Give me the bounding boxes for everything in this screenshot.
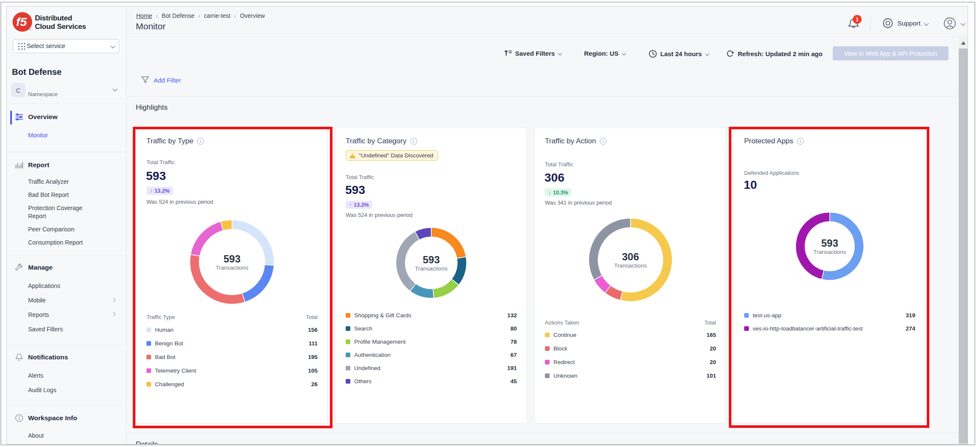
donut-center-value: 593 [196,253,268,265]
legend-row-authentication[interactable]: Authentication67 [346,348,517,362]
refresh-button[interactable]: Refresh: Updated 2 min ago [726,50,826,57]
legend-row-benign-bot[interactable]: Benign Bot111 [146,336,318,350]
add-filter-button[interactable]: Add Filter [141,76,181,84]
legend-swatch [346,353,350,357]
sidebar-item-report[interactable]: Report [7,161,126,170]
breadcrumb-overview[interactable]: Overview [240,12,265,19]
svg-text:®: ® [29,28,31,31]
f5-logo[interactable]: f5 ® [12,12,32,32]
legend-row-ves-io-http-loadbalancer-artificial-traffic-test[interactable]: ves-io-http-loadbalancer-artificial-traf… [744,322,915,335]
user-menu[interactable] [943,17,965,30]
legend-row-continue[interactable]: Continue165 [545,328,716,342]
view-in-waap-button[interactable]: View in Web App & API Protection [833,46,948,60]
delta-badge: ↓10.3% [545,188,571,196]
info-icon[interactable]: i [797,138,804,145]
report-bars-icon [15,161,23,169]
previous-period-text: Was 524 in previous period [146,199,213,205]
scrollbar-up-arrow[interactable] [959,37,968,48]
legend-row-challenged[interactable]: Challenged26 [146,377,318,391]
saved-filters-dropdown[interactable]: Saved Filters [504,50,562,57]
legend-row-redirect[interactable]: Redirect20 [545,355,716,369]
breadcrumb-separator: › [234,13,236,19]
donut-chart-protected-apps: 593 Transactions [796,212,864,280]
sidebar-item-peer-comparison[interactable]: Peer Comparison [28,225,92,233]
legend-row-undefined[interactable]: Undefined191 [346,362,517,375]
legend-row-telemetry-client[interactable]: Telemetry Client105 [146,364,318,377]
sidebar-item-bad-bot-report[interactable]: Bad Bot Report [28,191,92,199]
donut-center-sublabel: Transactions [196,265,268,271]
arrow-up-icon: ↑ [150,188,152,194]
namespace-chevron-down-icon[interactable] [112,86,117,91]
chevron-right-icon [112,312,116,316]
info-icon[interactable]: i [600,138,607,145]
card-title: Traffic by Category [346,137,407,145]
sidebar-item-protection-coverage-report[interactable]: Protection Coverage Report [28,204,92,220]
donut-segment-unknown[interactable] [589,218,630,280]
sidebar-section-label: Manage [28,264,53,271]
legend-label: Challenged [155,381,184,387]
legend-row-profile-management[interactable]: Profile Management78 [346,335,517,348]
legend-row-bad-bot[interactable]: Bad Bot195 [146,350,318,364]
legend-value: 191 [507,365,517,371]
legend: test-us-app319ves-io-http-loadbalancer-a… [744,309,915,335]
sidebar-item-monitor[interactable]: Monitor [28,131,92,140]
legend-label: Unknown [553,373,577,379]
scrollbar-thumb[interactable] [959,48,968,444]
legend-header-label: Traffic Type [146,314,175,320]
donut-chart-traffic-by-category: 593 Transactions [396,228,467,298]
legend-swatch [146,368,151,373]
notification-count-badge: 1 [853,15,862,24]
legend-header-total: Total [705,319,716,326]
namespace-avatar[interactable]: C [11,83,26,97]
time-range-dropdown[interactable]: Last 24 hours [649,50,709,58]
legend-row-unknown[interactable]: Unknown101 [545,369,716,382]
legend-swatch [346,379,350,384]
legend-row-shopping-gift-cards[interactable]: Shopping & Gift Cards132 [346,309,517,322]
warning-triangle-icon [350,153,355,158]
sidebar-item-traffic-analyzer[interactable]: Traffic Analyzer [28,178,92,186]
info-icon[interactable]: i [410,138,417,145]
sidebar-divider [7,406,126,406]
sidebar-item-mobile[interactable]: Mobile [28,296,92,305]
sidebar-item-alerts[interactable]: Alerts [28,372,92,380]
sidebar-item-notifications[interactable]: Notifications [7,353,126,362]
sidebar-item-manage[interactable]: Manage [7,263,126,273]
sidebar-item-applications[interactable]: Applications [28,282,92,290]
sidebar-item-about[interactable]: About [28,432,92,440]
legend-label: Others [354,378,372,384]
metric-value: 10 [744,178,757,192]
sidebar-item-consumption-report[interactable]: Consumption Report [28,239,92,247]
donut-segment-profile-management[interactable] [433,279,459,298]
donut-center-label: 593 Transactions [794,237,866,255]
card-title: Protected Apps [744,137,793,145]
select-service-dropdown[interactable]: Select service [13,39,119,53]
legend-row-test-us-app[interactable]: test-us-app319 [744,309,915,322]
support-menu[interactable]: Support [883,18,928,28]
breadcrumb-namespace[interactable]: carrie-test [204,12,230,19]
region-dropdown[interactable]: Region: US [584,50,625,57]
legend-swatch [146,327,151,332]
breadcrumb-home[interactable]: Home [136,12,152,19]
info-icon[interactable]: i [197,138,204,145]
legend-row-search[interactable]: Search80 [346,322,517,335]
legend-label: Search [354,325,373,332]
legend-swatch [346,366,350,370]
legend-row-human[interactable]: Human156 [146,323,318,336]
sidebar-item-audit-logs[interactable]: Audit Logs [28,386,92,394]
sidebar-item-reports[interactable]: Reports [28,311,92,319]
donut-chart-traffic-by-action: 306 Transactions [589,218,672,302]
namespace-label: Namespace [28,91,57,97]
donut-center-label: 593 Transactions [395,254,467,272]
legend-value: 156 [308,327,318,333]
legend-swatch [545,360,550,364]
sidebar-item-overview[interactable]: Overview [7,113,126,122]
breadcrumb-bot-defense[interactable]: Bot Defense [162,12,195,19]
donut-segment-telemetry-client[interactable] [191,222,223,256]
delta-badge: ↑13.2% [346,201,372,209]
refresh-icon [726,50,734,57]
legend-row-block[interactable]: Block20 [545,342,716,355]
sidebar-item-saved-filters[interactable]: Saved Filters [28,325,92,333]
vertical-scrollbar[interactable] [959,37,968,444]
sidebar-item-workspace-info[interactable]: Workspace Info [7,414,126,423]
legend-row-others[interactable]: Others45 [346,375,517,388]
